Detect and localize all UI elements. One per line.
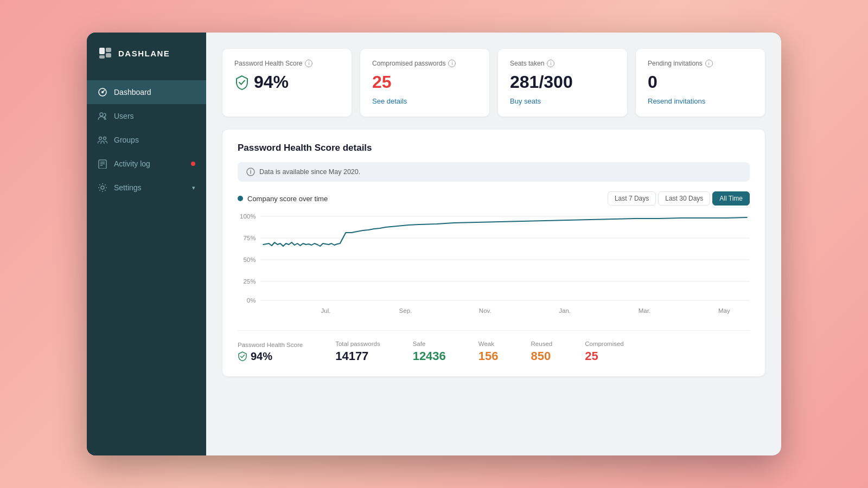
- svg-point-16: [250, 170, 251, 171]
- chart-svg: 100% 75% 50% 25% 0% Jul. Sep. Nov. Jan. …: [238, 211, 750, 319]
- chart-notice-text: Data is available since May 2020.: [259, 168, 360, 176]
- svg-rect-3: [99, 55, 105, 59]
- sidebar-item-activity-log[interactable]: Activity log: [87, 152, 206, 176]
- all-time-button[interactable]: All Time: [712, 191, 750, 206]
- stat-card-invitations: Pending invitations i 0 Resend invitatio…: [636, 49, 765, 117]
- bottom-stat-total-value: 14177: [335, 349, 380, 363]
- svg-point-6: [100, 113, 103, 116]
- bottom-stats: Password Health Score 94% Total password…: [238, 330, 750, 363]
- time-buttons: Last 7 Days Last 30 Days All Time: [608, 191, 750, 206]
- bottom-stat-compromised: Compromised 25: [585, 341, 624, 363]
- svg-point-7: [99, 137, 102, 140]
- bottom-stat-total: Total passwords 14177: [335, 341, 380, 363]
- bottom-stat-reused: Reused 850: [531, 341, 553, 363]
- svg-text:0%: 0%: [247, 297, 256, 304]
- svg-rect-0: [99, 48, 105, 54]
- stat-card-title-invitations: Pending invitations i: [648, 60, 753, 67]
- bottom-stat-safe-value: 12436: [413, 349, 446, 363]
- last-30-days-button[interactable]: Last 30 Days: [658, 191, 710, 206]
- bottom-stat-compromised-label: Compromised: [585, 341, 624, 347]
- bottom-stat-health-value: 94%: [238, 350, 303, 363]
- mini-shield-icon: [238, 351, 247, 361]
- stats-row: Password Health Score i 94% Compromised …: [222, 49, 765, 117]
- last-7-days-button[interactable]: Last 7 Days: [608, 191, 656, 206]
- svg-rect-1: [106, 48, 111, 52]
- info-icon-seats: i: [547, 60, 554, 67]
- info-icon-health: i: [305, 60, 312, 67]
- stat-value-invitations: 0: [648, 73, 753, 92]
- sidebar-item-label: Users: [114, 112, 134, 120]
- main-content: Password Health Score i 94% Compromised …: [206, 33, 781, 455]
- see-details-link[interactable]: See details: [372, 97, 407, 105]
- sidebar-item-label: Groups: [114, 136, 139, 144]
- bottom-stat-compromised-value: 25: [585, 349, 624, 363]
- bottom-stat-health-label: Password Health Score: [238, 342, 303, 348]
- dashboard-icon: [98, 87, 107, 97]
- chart-notice: Data is available since May 2020.: [238, 162, 750, 182]
- stat-card-seats: Seats taken i 281/300 Buy seats: [498, 49, 627, 117]
- svg-text:Jan.: Jan.: [559, 307, 571, 314]
- chart-header: Company score over time Last 7 Days Last…: [238, 191, 750, 206]
- stat-card-compromised: Compromised passwords i 25 See details: [360, 49, 489, 117]
- stat-card-health: Password Health Score i 94%: [222, 49, 352, 117]
- sidebar-item-label: Settings: [114, 183, 142, 192]
- chart-title: Password Health Score details: [238, 143, 750, 153]
- sidebar-item-groups[interactable]: Groups: [87, 128, 206, 152]
- stat-card-title-compromised: Compromised passwords i: [372, 60, 477, 67]
- svg-text:25%: 25%: [243, 278, 256, 285]
- chevron-down-icon: ▾: [192, 184, 195, 191]
- bottom-stat-weak-value: 156: [478, 349, 499, 363]
- users-icon: [98, 111, 107, 121]
- stat-value-health: 94%: [234, 73, 340, 92]
- bottom-stat-reused-label: Reused: [531, 341, 553, 347]
- svg-text:Mar.: Mar.: [639, 307, 650, 314]
- stat-card-title-health: Password Health Score i: [234, 60, 340, 67]
- info-icon-compromised: i: [448, 60, 456, 67]
- activity-badge: [191, 162, 195, 166]
- bottom-stat-weak: Weak 156: [478, 341, 499, 363]
- chart-section: Password Health Score details Data is av…: [222, 130, 765, 376]
- sidebar: DASHLANE Dashboard Users: [87, 33, 206, 455]
- svg-rect-9: [99, 160, 106, 169]
- svg-point-8: [104, 137, 106, 140]
- stat-card-title-seats: Seats taken i: [510, 60, 615, 67]
- sidebar-item-label: Dashboard: [114, 88, 151, 97]
- shield-check-icon: [234, 75, 250, 90]
- bottom-stat-safe-label: Safe: [413, 341, 446, 347]
- bottom-stat-reused-value: 850: [531, 349, 553, 363]
- svg-rect-2: [106, 53, 111, 57]
- chart-container: 100% 75% 50% 25% 0% Jul. Sep. Nov. Jan. …: [238, 211, 750, 319]
- sidebar-item-users[interactable]: Users: [87, 104, 206, 128]
- activity-icon: [98, 159, 107, 169]
- sidebar-item-label: Activity log: [114, 159, 150, 168]
- sidebar-item-settings[interactable]: Settings ▾: [87, 176, 206, 200]
- logo-icon: [98, 46, 113, 61]
- groups-icon: [98, 135, 107, 145]
- chart-legend: Company score over time: [238, 195, 328, 203]
- svg-text:May: May: [718, 307, 730, 314]
- legend-label: Company score over time: [247, 195, 328, 203]
- logo: DASHLANE: [87, 33, 206, 74]
- sidebar-item-dashboard[interactable]: Dashboard: [87, 80, 206, 104]
- stat-value-seats: 281/300: [510, 73, 615, 92]
- bottom-stat-total-label: Total passwords: [335, 341, 380, 347]
- info-circle-icon: [246, 168, 255, 176]
- buy-seats-link[interactable]: Buy seats: [510, 97, 541, 105]
- svg-text:Nov.: Nov.: [479, 307, 492, 314]
- browser-window: DASHLANE Dashboard Users: [87, 33, 781, 455]
- bottom-stat-weak-label: Weak: [478, 341, 499, 347]
- svg-point-13: [101, 186, 104, 189]
- resend-invitations-link[interactable]: Resend invitations: [648, 97, 705, 105]
- bottom-stat-health: Password Health Score 94%: [238, 342, 303, 363]
- legend-dot: [238, 196, 243, 201]
- svg-point-5: [101, 91, 104, 93]
- svg-text:100%: 100%: [240, 213, 256, 220]
- svg-text:Jul.: Jul.: [321, 307, 331, 314]
- svg-text:50%: 50%: [243, 256, 256, 263]
- svg-text:Sep.: Sep.: [399, 307, 412, 314]
- info-icon-invitations: i: [705, 60, 713, 67]
- svg-text:75%: 75%: [243, 235, 256, 241]
- sidebar-nav: Dashboard Users Group: [87, 80, 206, 455]
- stat-value-compromised: 25: [372, 73, 477, 92]
- logo-text: DASHLANE: [118, 49, 170, 58]
